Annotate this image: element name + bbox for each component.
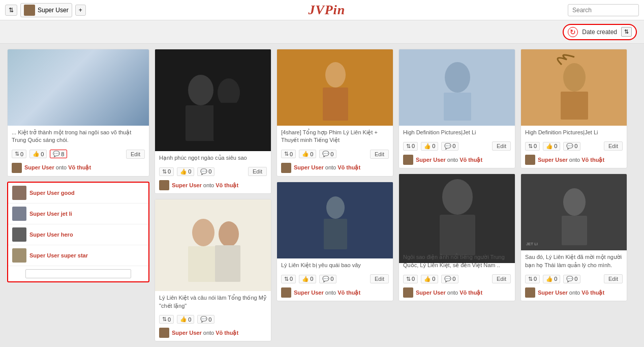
search-container (568, 4, 639, 16)
pin-card: High Definition Pictures|Jet Li ⇅ 0 👍 0 … (398, 49, 515, 168)
avatar (525, 287, 535, 298)
like-button[interactable]: 👍 0 (421, 275, 438, 283)
pin-actions: ⇅ 0 👍 0 💬 0 Edit (521, 272, 627, 285)
pin-user-row: Super User onto Võ thuật (277, 285, 393, 301)
pin-user-row: Super User onto Võ thuật (521, 153, 627, 168)
comment-button[interactable]: 💬 0 (441, 275, 458, 283)
svg-point-26 (563, 188, 586, 216)
pin-image (399, 49, 515, 126)
svg-text:JET LI: JET LI (526, 242, 538, 246)
repin-button[interactable]: ⇅ 0 (159, 315, 174, 324)
svg-rect-24 (561, 92, 588, 120)
avatar (281, 287, 291, 298)
pin-card: ... Kiệt trở thành một trong hai ngôi sa… (7, 49, 149, 177)
svg-rect-18 (444, 93, 471, 121)
pin-user-row: Super User onto Võ thuật (399, 285, 515, 301)
edit-button[interactable]: Edit (604, 274, 623, 283)
column-1: ... Kiệt trở thành một trong hai ngôi sa… (7, 49, 149, 282)
like-button[interactable]: 👍 0 (177, 315, 194, 324)
svg-rect-27 (562, 216, 587, 245)
pin-image: JET LI (521, 174, 627, 250)
pin-user-row: Super User onto Võ thuật (399, 153, 515, 168)
avatar (159, 328, 169, 338)
sort-label: Date created (580, 28, 619, 36)
pin-user-text: Super User onto Võ thuật (172, 330, 238, 336)
svg-point-17 (445, 62, 470, 93)
pin-user-text: Super User onto Võ thuật (416, 290, 482, 296)
repin-button[interactable]: ⇅ 0 (525, 142, 540, 151)
pin-description: Ngôi sao điện ảnh nổi tiếng người Trung … (399, 250, 515, 272)
refresh-button[interactable]: ↻ (568, 27, 578, 37)
pin-actions: ⇅ 0 👍 0 💬 0 Edit (399, 139, 515, 153)
pin-actions: ⇅ 0 👍 0 💬 0 Edit (521, 139, 627, 153)
pin-actions: ⇅ 0 👍 0 💬 0 (155, 313, 271, 326)
pin-description: Lý Liên Kiệt và câu nói làm Tổng thống M… (155, 291, 271, 313)
pin-user-text: Super User onto Võ thuật (416, 157, 482, 163)
like-button[interactable]: 👍 0 (543, 142, 560, 151)
pin-user-row: Super User onto Võ thuật (155, 326, 271, 341)
add-board-input[interactable] (25, 269, 131, 278)
sort-area: ↻ Date created ⇅ (563, 24, 637, 40)
pin-card: High Definition Pictures|Jet Li ⇅ 0 👍 0 … (520, 49, 627, 168)
svg-rect-21 (440, 215, 475, 255)
main-content: ... Kiệt trở thành một trong hai ngôi sa… (0, 44, 644, 346)
add-board-row (8, 266, 148, 281)
filter-button[interactable]: ⇅ (621, 27, 632, 37)
pin-card: JET LI Sau đó, Lý Liên Kiệt đã mời một n… (520, 174, 627, 301)
pin-description: High Definition Pictures|Jet Li (399, 126, 515, 139)
comment-button[interactable]: 💬 0 (197, 315, 214, 324)
pin-image (8, 49, 149, 126)
like-button[interactable]: 👍 0 (299, 275, 316, 283)
svg-point-20 (442, 179, 473, 215)
edit-button[interactable]: Edit (370, 274, 389, 283)
repin-button[interactable]: ⇅ 0 (281, 275, 296, 283)
repin-button[interactable]: ⇅ 0 (403, 142, 418, 151)
comment-button[interactable]: 💬 0 (441, 142, 458, 151)
pin-description: Sau đó, Lý Liên Kiệt đã mời một người bạ… (521, 250, 627, 272)
like-button[interactable]: 👍 0 (421, 142, 438, 151)
pin-user-row: Super User onto Võ thuật (521, 285, 627, 301)
pin-user-text: Super User onto Võ thuật (538, 157, 604, 163)
avatar (525, 155, 535, 165)
comment-button[interactable]: 💬 0 (319, 275, 336, 283)
pin-card: Ngôi sao điện ảnh nổi tiếng người Trung … (398, 174, 515, 301)
avatar (403, 287, 413, 298)
pin-image (399, 174, 515, 250)
pin-description: High Definition Pictures|Jet Li (521, 126, 627, 139)
svg-point-23 (563, 63, 586, 92)
edit-button[interactable]: Edit (492, 274, 511, 283)
search-input[interactable] (568, 4, 639, 16)
pin-image (521, 49, 627, 126)
column-5: High Definition Pictures|Jet Li ⇅ 0 👍 0 … (520, 49, 627, 301)
edit-button[interactable]: Edit (604, 141, 623, 151)
edit-button[interactable]: Edit (492, 141, 511, 151)
repin-button[interactable]: ⇅ 0 (403, 275, 418, 283)
column-4: High Definition Pictures|Jet Li ⇅ 0 👍 0 … (398, 49, 515, 301)
pin-actions: ⇅ 0 👍 0 💬 0 Edit (399, 272, 515, 285)
comment-button[interactable]: 💬 0 (563, 142, 580, 151)
pin-user-text: Super User onto Võ thuật (538, 290, 604, 296)
repin-button[interactable]: ⇅ 0 (525, 275, 540, 283)
like-button[interactable]: 👍 0 (543, 275, 560, 283)
pin-actions: ⇅ 0 👍 0 💬 0 Edit (277, 272, 393, 285)
avatar (403, 155, 413, 165)
pin-user-text: Super User onto Võ thuật (294, 290, 360, 296)
comment-button[interactable]: 💬 0 (563, 275, 580, 283)
